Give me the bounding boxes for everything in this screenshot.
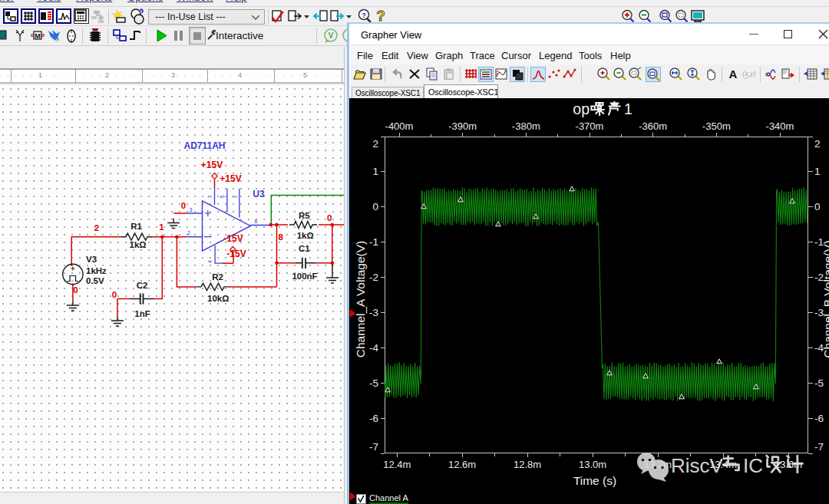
svg-text:0: 0 (327, 213, 332, 222)
svg-text:-370m: -370m (576, 120, 604, 132)
svg-text:0: 0 (181, 201, 186, 210)
svg-text:+15V: +15V (201, 160, 223, 170)
svg-text:C1: C1 (299, 244, 310, 253)
svg-text:-340m: -340m (766, 120, 794, 132)
svg-text:2: 2 (372, 138, 378, 150)
svg-text:Channel A: Channel A (369, 493, 408, 502)
svg-text:IC: IC (743, 454, 763, 477)
svg-text:V3: V3 (86, 255, 97, 264)
svg-text:(x,y): (x,y) (742, 70, 756, 77)
svg-text:5: 5 (220, 195, 225, 198)
svg-text:RiscV: RiscV (671, 454, 724, 477)
svg-text:-5: -5 (814, 377, 824, 389)
svg-text:12.8m: 12.8m (514, 459, 541, 470)
svg-text:-15V: -15V (226, 249, 246, 259)
svg-text:-6: -6 (814, 413, 824, 424)
svg-text:1: 1 (232, 195, 237, 198)
svg-text:12.4m: 12.4m (383, 459, 411, 470)
svg-text:1kΩ: 1kΩ (129, 240, 146, 249)
svg-text:-2: -2 (369, 272, 378, 283)
svg-text:+15V: +15V (220, 173, 241, 184)
svg-text:Channel_A Voltage(V): Channel_A Voltage(V) (354, 241, 367, 358)
svg-text:-350m: -350m (702, 120, 731, 132)
svg-text:U3: U3 (253, 189, 265, 199)
svg-text:R1: R1 (130, 222, 142, 231)
svg-text:0: 0 (73, 285, 78, 295)
svg-text:?: ? (362, 12, 366, 19)
svg-text:1: 1 (814, 166, 821, 177)
svg-text:-390m: -390m (448, 120, 477, 132)
svg-text:?: ? (376, 8, 385, 24)
svg-text:-15V: -15V (223, 233, 243, 244)
svg-text:0: 0 (372, 201, 378, 212)
svg-text:R5: R5 (299, 211, 310, 220)
svg-text:3: 3 (190, 207, 193, 212)
svg-text:-5: -5 (369, 377, 378, 389)
svg-text:2: 2 (94, 223, 99, 232)
svg-text:-7: -7 (369, 441, 378, 453)
svg-text:-360m: -360m (639, 120, 667, 132)
svg-text:10kΩ: 10kΩ (207, 294, 229, 303)
svg-text:1: 1 (372, 166, 378, 177)
svg-text:-6: -6 (369, 413, 378, 424)
svg-text:-380m: -380m (512, 120, 540, 132)
svg-text:A: A (729, 68, 738, 81)
svg-text:AD711AH: AD711AH (183, 140, 225, 151)
svg-text:13.0m: 13.0m (579, 459, 606, 470)
svg-text:-4: -4 (369, 342, 378, 354)
svg-text:-400m: -400m (385, 120, 414, 132)
svg-text:0: 0 (112, 290, 117, 299)
svg-text:Time (s): Time (s) (573, 474, 616, 487)
svg-text:-1: -1 (369, 236, 378, 248)
svg-text:2: 2 (814, 138, 821, 150)
svg-text:-7: -7 (814, 441, 824, 453)
svg-text:8: 8 (278, 232, 283, 242)
svg-text:1kHz: 1kHz (86, 266, 107, 275)
svg-text:2: 2 (187, 230, 190, 236)
svg-text:0.5V: 0.5V (86, 276, 104, 285)
svg-text:100nF: 100nF (292, 272, 317, 281)
svg-text:-3: -3 (369, 307, 378, 318)
svg-text:1: 1 (624, 100, 632, 117)
svg-text:1: 1 (159, 222, 164, 232)
svg-text:4: 4 (207, 260, 213, 263)
svg-text:op: op (573, 100, 590, 117)
svg-text:7: 7 (207, 195, 213, 198)
svg-text:12.6m: 12.6m (448, 459, 476, 470)
svg-text:1kΩ: 1kΩ (297, 231, 314, 240)
svg-text:C2: C2 (137, 281, 148, 290)
svg-text:6: 6 (255, 219, 258, 224)
svg-text:Channel_B Voltage(V): Channel_B Voltage(V) (821, 240, 829, 357)
svg-text:1nF: 1nF (134, 309, 150, 318)
svg-text:0: 0 (814, 201, 821, 212)
svg-text:R2: R2 (212, 272, 223, 282)
